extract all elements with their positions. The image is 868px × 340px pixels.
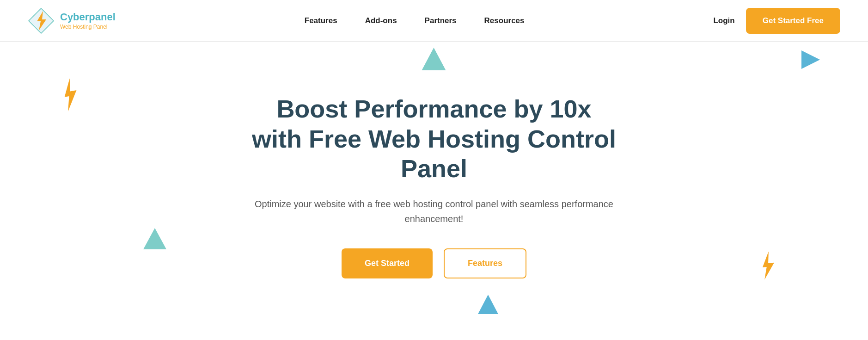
- hero-title: Boost Performance by 10x with Free Web H…: [249, 94, 619, 184]
- nav-link-partners[interactable]: Partners: [425, 16, 457, 25]
- hero-content: Boost Performance by 10x with Free Web H…: [249, 94, 619, 278]
- nav-item-resources[interactable]: Resources: [484, 16, 525, 25]
- svg-marker-11: [761, 251, 776, 280]
- features-button[interactable]: Features: [444, 248, 526, 278]
- triangle-teal-mid-left: [143, 227, 166, 252]
- bolt-orange-top-left: [57, 77, 82, 118]
- nav-links: Features Add-ons Partners Resources: [305, 16, 525, 25]
- svg-marker-12: [478, 295, 498, 314]
- hero-buttons: Get Started Features: [249, 248, 619, 278]
- logo[interactable]: Cyberpanel Web Hosting Panel: [28, 7, 116, 34]
- svg-marker-10: [143, 228, 166, 249]
- nav-right: Login Get Started Free: [713, 8, 840, 34]
- logo-icon: [28, 7, 55, 34]
- logo-name: Cyberpanel: [60, 11, 116, 23]
- triangle-blue-bottom-center: [477, 294, 499, 317]
- logo-text: Cyberpanel Web Hosting Panel: [60, 11, 116, 30]
- bolt-orange-bottom-right: [758, 251, 777, 285]
- get-started-button[interactable]: Get Started: [342, 248, 433, 278]
- nav-item-partners[interactable]: Partners: [425, 16, 457, 25]
- login-button[interactable]: Login: [713, 16, 734, 25]
- svg-marker-9: [801, 50, 820, 69]
- navbar: Cyberpanel Web Hosting Panel Features Ad…: [0, 0, 868, 42]
- get-started-free-button[interactable]: Get Started Free: [746, 8, 840, 34]
- nav-link-features[interactable]: Features: [305, 16, 337, 25]
- triangle-teal-top-center: [422, 46, 447, 74]
- nav-link-resources[interactable]: Resources: [484, 16, 525, 25]
- nav-link-addons[interactable]: Add-ons: [365, 16, 397, 25]
- nav-item-addons[interactable]: Add-ons: [365, 16, 397, 25]
- svg-marker-7: [61, 77, 80, 111]
- nav-item-features[interactable]: Features: [305, 16, 337, 25]
- triangle-blue-top-right: [800, 49, 822, 73]
- logo-subtitle: Web Hosting Panel: [60, 24, 116, 30]
- svg-marker-8: [422, 48, 446, 70]
- hero-section: Boost Performance by 10x with Free Web H…: [0, 42, 868, 340]
- hero-subtitle: Optimize your website with a free web ho…: [249, 197, 619, 226]
